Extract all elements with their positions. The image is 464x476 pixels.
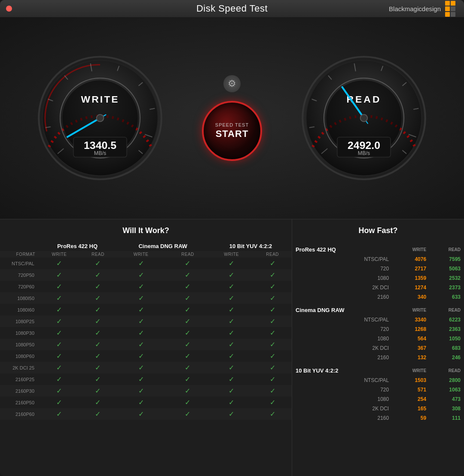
read-value: 2532 bbox=[430, 273, 464, 283]
resolution-label: 2160 bbox=[292, 413, 392, 423]
table-row: 1080i60 ✓ ✓ ✓ ✓ ✓ ✓ bbox=[0, 304, 292, 315]
check-cell: ✓ bbox=[253, 339, 292, 350]
table-row: 720p60 ✓ ✓ ✓ ✓ ✓ ✓ bbox=[0, 281, 292, 292]
check-cell: ✓ bbox=[116, 315, 165, 327]
table-row: 1080p50 ✓ ✓ ✓ ✓ ✓ ✓ bbox=[0, 339, 292, 350]
will-it-work-title: Will It Work? bbox=[0, 226, 292, 235]
check-cell: ✓ bbox=[80, 304, 116, 315]
read-value: 473 bbox=[430, 394, 464, 404]
check-cell: ✓ bbox=[116, 339, 165, 350]
check-cell: ✓ bbox=[80, 258, 116, 269]
write-value: 1359 bbox=[392, 273, 430, 283]
write-value: 254 bbox=[392, 394, 430, 404]
resolution-label: 2K DCI bbox=[292, 283, 392, 292]
check-cell: ✓ bbox=[210, 350, 253, 362]
format-label: 1080p60 bbox=[0, 350, 39, 362]
check-cell: ✓ bbox=[116, 408, 165, 420]
read-gauge: READ 2492.0 MB/s bbox=[299, 54, 428, 182]
check-cell: ✓ bbox=[116, 292, 165, 304]
check-cell: ✓ bbox=[80, 315, 116, 327]
check-cell: ✓ bbox=[80, 292, 116, 304]
check-cell: ✓ bbox=[210, 397, 253, 408]
center-controls: SPEED TEST START bbox=[202, 75, 262, 161]
check-cell: ✓ bbox=[116, 269, 165, 281]
how-fast-title: How Fast? bbox=[292, 226, 464, 235]
codec-header-1: ProRes 422 HQ bbox=[39, 241, 116, 251]
format-col-header: FORMAT bbox=[0, 251, 39, 258]
write-value: 1268 bbox=[392, 324, 430, 334]
format-label: 2K DCI 25 bbox=[0, 362, 39, 373]
read-value: 633 bbox=[430, 292, 464, 302]
resolution-label: 720 bbox=[292, 264, 392, 273]
logo-sq-3 bbox=[445, 6, 450, 11]
check-cell: ✓ bbox=[166, 408, 210, 420]
brand-area: Blackmagicdesign bbox=[389, 1, 455, 17]
read-value: 5063 bbox=[430, 264, 464, 273]
resolution-label: NTSC/PAL bbox=[292, 376, 392, 385]
settings-button[interactable] bbox=[223, 75, 241, 92]
title-bar: Disk Speed Test Blackmagicdesign bbox=[0, 0, 464, 17]
svg-text:1340.5: 1340.5 bbox=[84, 139, 116, 151]
read-col-header: READ bbox=[430, 362, 464, 376]
logo-sq-2 bbox=[451, 1, 455, 6]
logo-sq-1 bbox=[445, 1, 450, 6]
table-row: 1080p30 ✓ ✓ ✓ ✓ ✓ ✓ bbox=[0, 327, 292, 339]
format-label: 1080p25 bbox=[0, 315, 39, 327]
table-row: 2160p30 ✓ ✓ ✓ ✓ ✓ ✓ bbox=[0, 385, 292, 397]
write-value: 564 bbox=[392, 334, 430, 343]
format-label: 2160p30 bbox=[0, 385, 39, 397]
yuv-write-header: WRITE bbox=[210, 251, 253, 258]
start-test-button[interactable]: SPEED TEST START bbox=[202, 101, 262, 161]
read-col-header: READ bbox=[430, 302, 464, 315]
write-value: 4076 bbox=[392, 255, 430, 264]
will-it-work-table: ProRes 422 HQ Cinema DNG RAW 10 Bit YUV … bbox=[0, 241, 292, 420]
format-label: 2160p50 bbox=[0, 397, 39, 408]
write-col-header: WRITE bbox=[392, 302, 430, 315]
check-cell: ✓ bbox=[39, 339, 80, 350]
format-label: 720p60 bbox=[0, 281, 39, 292]
list-item: 2K DCI 1274 2373 bbox=[292, 283, 464, 292]
check-cell: ✓ bbox=[166, 350, 210, 362]
read-value: 2373 bbox=[430, 283, 464, 292]
check-cell: ✓ bbox=[80, 408, 116, 420]
table-row: 2160p25 ✓ ✓ ✓ ✓ ✓ ✓ bbox=[0, 373, 292, 385]
check-cell: ✓ bbox=[253, 304, 292, 315]
write-value: 340 bbox=[392, 292, 430, 302]
check-cell: ✓ bbox=[166, 327, 210, 339]
list-item: NTSC/PAL 1503 2800 bbox=[292, 376, 464, 385]
list-item: NTSC/PAL 3340 6223 bbox=[292, 315, 464, 324]
check-cell: ✓ bbox=[116, 373, 165, 385]
check-cell: ✓ bbox=[116, 397, 165, 408]
check-cell: ✓ bbox=[39, 362, 80, 373]
left-panel: Will It Work? ProRes 422 HQ Cinema DNG R… bbox=[0, 219, 292, 476]
table-row: 2160p60 ✓ ✓ ✓ ✓ ✓ ✓ bbox=[0, 408, 292, 420]
codec-label: Cinema DNG RAW bbox=[292, 302, 392, 315]
check-cell: ✓ bbox=[116, 362, 165, 373]
brand-name: Blackmagicdesign bbox=[389, 5, 441, 12]
list-item: 720 571 1063 bbox=[292, 385, 464, 394]
check-cell: ✓ bbox=[253, 258, 292, 269]
format-label: NTSC/PAL bbox=[0, 258, 39, 269]
check-cell: ✓ bbox=[166, 385, 210, 397]
codec-header-2: Cinema DNG RAW bbox=[116, 241, 210, 251]
dng-write-header: WRITE bbox=[116, 251, 165, 258]
check-cell: ✓ bbox=[39, 350, 80, 362]
app-window: Disk Speed Test Blackmagicdesign bbox=[0, 0, 464, 476]
dng-read-header: READ bbox=[166, 251, 210, 258]
write-value: 132 bbox=[392, 353, 430, 362]
prores-write-header: WRITE bbox=[39, 251, 80, 258]
logo-sq-5 bbox=[445, 12, 450, 17]
check-cell: ✓ bbox=[166, 258, 210, 269]
read-value: 308 bbox=[430, 404, 464, 413]
read-gauge-svg: READ 2492.0 MB/s bbox=[299, 54, 428, 182]
resolution-label: 720 bbox=[292, 324, 392, 334]
list-item: 2K DCI 165 308 bbox=[292, 404, 464, 413]
resolution-label: 720 bbox=[292, 385, 392, 394]
check-cell: ✓ bbox=[253, 327, 292, 339]
format-label: 1080i60 bbox=[0, 304, 39, 315]
resolution-label: NTSC/PAL bbox=[292, 255, 392, 264]
table-row: NTSC/PAL ✓ ✓ ✓ ✓ ✓ ✓ bbox=[0, 258, 292, 269]
write-value: 571 bbox=[392, 385, 430, 394]
check-cell: ✓ bbox=[166, 315, 210, 327]
close-button[interactable] bbox=[6, 6, 12, 12]
